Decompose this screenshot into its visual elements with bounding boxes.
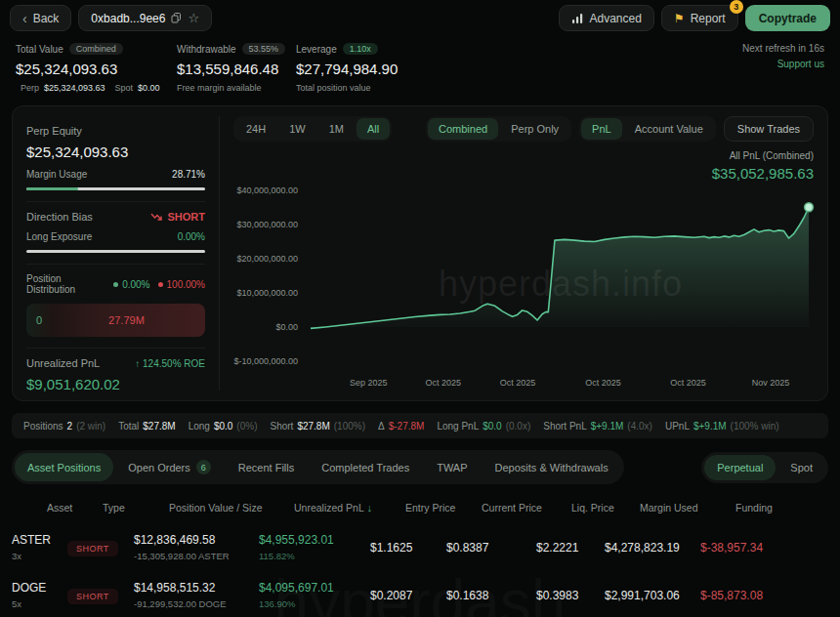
range-tab-1w[interactable]: 1W [278, 118, 316, 140]
toggle-spot[interactable]: Spot [777, 455, 825, 480]
leverage-stat: Leverage 1.10x $27,794,984.90 Total posi… [296, 43, 398, 93]
y-tick: $30,000,000.00 [236, 220, 298, 229]
col-entry-price: Entry Price [405, 502, 482, 514]
report-count-badge: 3 [730, 0, 743, 14]
toggle-perpetual[interactable]: Perpetual [704, 455, 776, 480]
table-row[interactable]: DOGE 5x SHORT $14,958,515.32 -91,299,532… [12, 571, 828, 617]
summary-value: $+9.1M [693, 421, 727, 432]
tab-twap[interactable]: TWAP [424, 453, 480, 481]
y-axis: $40,000,000.00$30,000,000.00$20,000,000.… [233, 190, 308, 391]
tab-asset-positions[interactable]: Asset Positions [15, 453, 113, 481]
y-tick: $0.00 [275, 322, 298, 332]
leverage-sub: Total position value [296, 83, 398, 93]
tab-deposits-withdrawals[interactable]: Deposits & Withdrawals [483, 453, 621, 481]
short-legend-dot-icon [158, 282, 163, 287]
summary-label: Long PnL [437, 421, 479, 432]
table-header-row: Asset Type Position Value / Size Unreali… [12, 492, 828, 523]
margin-usage-bar-fill [26, 187, 78, 190]
tab-completed-trades[interactable]: Completed Trades [309, 453, 422, 481]
leverage-badge: 1.10x [343, 43, 378, 55]
bar-chart-icon [571, 13, 583, 24]
x-tick: Oct 2025 [500, 378, 536, 388]
trending-down-icon [150, 213, 163, 222]
summary-item: Positions2(2 win) [23, 421, 105, 432]
combined-badge: Combined [69, 43, 123, 55]
copytrade-button[interactable]: Copytrade [745, 5, 830, 31]
current-price: $0.8387 [446, 541, 536, 555]
summary-label: Δ [378, 421, 385, 432]
total-value-stat: Total Value Combined $25,324,093.63 Perp… [16, 43, 155, 93]
unrealized-pnl: $4,955,923.01 [259, 533, 370, 547]
summary-item: Long$0.0(0%) [189, 421, 258, 432]
col-funding: Funding [735, 502, 828, 514]
summary-value: $0.0 [214, 421, 232, 432]
range-tab-24h[interactable]: 24H [235, 118, 276, 140]
col-type: Type [103, 502, 169, 514]
margin-usage-bar [26, 187, 205, 190]
summary-value: $-27.8M [389, 421, 425, 432]
chart-controls-right: CombinedPerp Only PnLAccount Value Show … [426, 116, 814, 142]
col-asset: Asset [47, 502, 103, 514]
pnl-headline-label: All PnL (Combined) [233, 150, 814, 161]
col-margin-used: Margin Used [640, 502, 735, 514]
summary-item: Long PnL$0.0(0.0x) [437, 421, 530, 432]
next-refresh-text: Next refresh in 16s [742, 43, 824, 54]
metric-tab-pnl[interactable]: PnL [581, 118, 622, 140]
summary-item: UPnL$+9.1M(100% win) [665, 421, 779, 432]
tabs-row: Asset PositionsOpen Orders6Recent FillsC… [12, 450, 828, 484]
col-unrealized-pnl[interactable]: Unrealized PnL↓ [294, 502, 405, 514]
unrealized-pnl: $4,095,697.01 [259, 581, 370, 595]
top-bar: ‹ Back 0xbadb...9ee6 ☆ Advanced ⚑ Report [0, 0, 840, 36]
open-orders-count-badge: 6 [196, 460, 211, 474]
summary-extra: (0.0x) [506, 421, 531, 432]
tab-open-orders[interactable]: Open Orders6 [115, 453, 224, 481]
x-tick: Oct 2025 [670, 378, 706, 388]
tab-label: Open Orders [128, 462, 190, 473]
top-bar-right: Advanced ⚑ Report 3 Copytrade [559, 5, 830, 31]
support-us-link[interactable]: Support us [742, 59, 824, 69]
report-button[interactable]: ⚑ Report 3 [661, 5, 738, 31]
withdrawable-pct-badge: 53.55% [242, 43, 286, 55]
chart-column: 24H1W1MAll CombinedPerp Only PnLAccount … [220, 116, 814, 391]
overview-card: Perp Equity $25,324,093.63 Margin Usage … [12, 105, 828, 401]
asset-name: DOGE [12, 581, 67, 595]
advanced-button[interactable]: Advanced [559, 5, 653, 31]
table-row[interactable]: ASTER 3x SHORT $12,836,469.58 -15,305,92… [12, 523, 828, 571]
time-range-tabs: 24H1W1MAll [233, 116, 392, 142]
pnl-area [311, 207, 809, 328]
col-liq-price: Liq. Price [571, 502, 640, 514]
funding: $-85,873.08 [700, 589, 828, 602]
copy-icon[interactable] [171, 13, 182, 23]
address-pill[interactable]: 0xbadb...9ee6 ☆ [78, 5, 212, 31]
summary-extra: (0%) [236, 421, 257, 432]
range-tab-all[interactable]: All [357, 118, 390, 140]
short-pct: 100.00% [167, 279, 205, 290]
position-size: -15,305,928.00 ASTER [134, 551, 259, 561]
back-button[interactable]: ‹ Back [10, 5, 71, 31]
x-axis: Sep 2025Oct 2025Oct 2025Oct 2025Oct 2025… [308, 378, 814, 391]
metric-tab-account-value[interactable]: Account Value [624, 118, 714, 140]
position-distribution-section: Position Distribution 0.00% 100.00% 0 27… [26, 265, 205, 349]
tab-label: TWAP [437, 462, 467, 473]
range-tab-1m[interactable]: 1M [318, 118, 355, 140]
margin-usage-label: Margin Usage [26, 169, 87, 180]
chart-plot-wrap: $40,000,000.00$30,000,000.00$20,000,000.… [233, 190, 814, 391]
tab-recent-fills[interactable]: Recent Fills [226, 453, 307, 481]
withdrawable-label: Withdrawable [177, 44, 236, 55]
summary-value: $27.8M [297, 421, 329, 432]
spot-value: $0.00 [138, 83, 160, 93]
summary-extra: (100%) [334, 421, 365, 432]
asset-leverage: 5x [12, 598, 67, 609]
scope-tab-perp-only[interactable]: Perp Only [500, 118, 569, 140]
position-distribution-bar: 0 27.79M [26, 304, 205, 337]
favorite-star-icon[interactable]: ☆ [188, 11, 199, 25]
metric-tabs: PnLAccount Value [579, 116, 716, 142]
pnl-chart [308, 190, 814, 366]
asset-leverage: 3x [12, 551, 67, 561]
chart-plot[interactable]: hyperdash.info Sep 2025Oct 2025Oct 2025O… [308, 190, 814, 391]
spot-label: Spot [115, 83, 134, 93]
margin-usage-value: 28.71% [172, 169, 205, 180]
perp-equity-label: Perp Equity [26, 125, 205, 137]
show-trades-button[interactable]: Show Trades [724, 116, 814, 142]
scope-tab-combined[interactable]: Combined [428, 118, 498, 140]
